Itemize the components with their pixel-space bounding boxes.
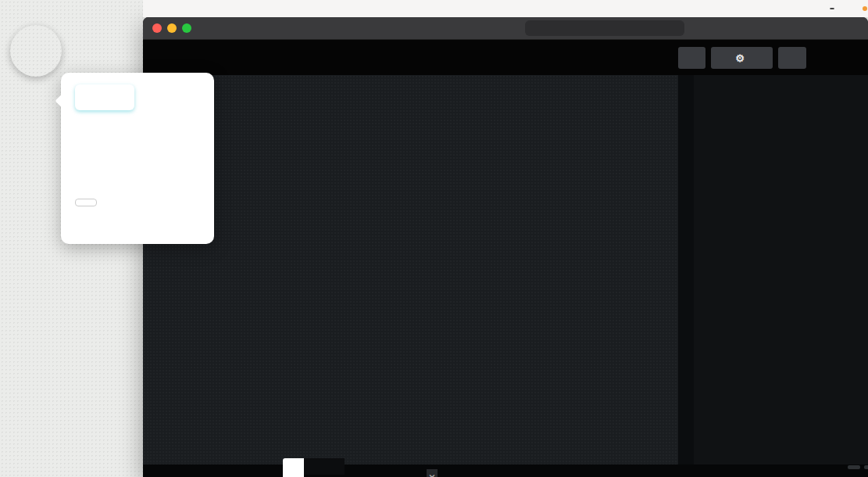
popup-notch (55, 95, 69, 108)
sponsor-ad[interactable]: ⌄ (283, 458, 345, 477)
page-title (143, 80, 678, 141)
love-button[interactable] (678, 47, 705, 69)
recording-indicator-dot (863, 6, 867, 11)
macos-menubar (143, 0, 868, 17)
safari-titlebar (143, 17, 868, 40)
keyboard-layout-badge[interactable] (830, 8, 834, 9)
follow-button[interactable] (184, 66, 193, 68)
collapse-toolbar-button[interactable] (10, 25, 62, 77)
codepen-content (143, 75, 868, 464)
close-window-button[interactable] (152, 23, 162, 33)
ad-options-chevron[interactable]: ⌄ (427, 469, 438, 477)
codepen-footer (143, 464, 868, 477)
gear-icon: ⚙ (735, 52, 745, 64)
address-bar[interactable] (525, 20, 684, 36)
code-editors (694, 75, 868, 464)
squarespace-logo-icon (283, 458, 304, 477)
minimize-window-button[interactable] (167, 23, 177, 33)
codepen-header: ⚙ (143, 40, 868, 76)
safari-window: ⚙ (143, 17, 868, 477)
switch-button[interactable] (75, 84, 134, 110)
pen-author[interactable] (179, 61, 193, 70)
viewer-desktop: ⚙ ⌄ (0, 0, 868, 477)
embed-button[interactable] (864, 465, 868, 469)
pane-resizer[interactable] (678, 75, 694, 464)
ad-text[interactable] (304, 458, 345, 475)
zoom-window-button[interactable] (182, 23, 191, 33)
change-view-button[interactable] (778, 47, 806, 69)
add-to-favorites-button[interactable] (75, 199, 97, 206)
sign-up-button[interactable] (812, 47, 859, 69)
session-info-popup (61, 73, 214, 244)
preview-pane (143, 75, 678, 464)
fork-button[interactable] (848, 465, 860, 469)
settings-button[interactable]: ⚙ (711, 47, 773, 69)
